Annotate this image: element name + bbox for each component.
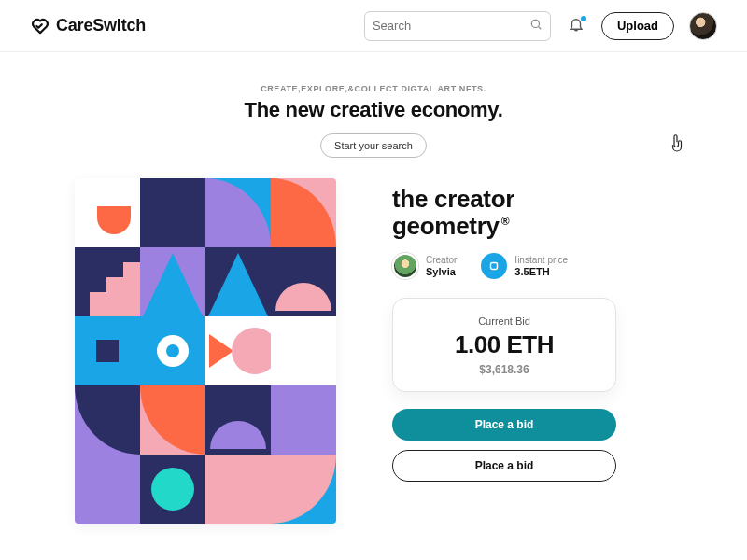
cta-column: Place a bid Place a bid <box>392 409 616 482</box>
search-input[interactable] <box>373 19 524 33</box>
creator-block[interactable]: Creator Sylvia <box>392 253 457 279</box>
instant-price-value: 3.5ETH <box>514 266 568 277</box>
nft-details: the creator geometry® Creator Sylvia Iin… <box>392 178 616 524</box>
search-icon <box>529 18 543 35</box>
search-input-wrap[interactable] <box>364 11 551 41</box>
cursor-icon <box>669 134 685 155</box>
nft-title-line1: the creator <box>392 185 514 213</box>
svg-line-1 <box>539 26 542 29</box>
nft-artwork[interactable] <box>75 178 336 524</box>
current-bid-amount: 1.00 ETH <box>412 330 597 359</box>
svg-point-0 <box>531 20 539 27</box>
notifications-button[interactable] <box>566 16 586 36</box>
bid-card: Current Bid 1.00 ETH $3,618.36 <box>392 298 616 392</box>
main: the creator geometry® Creator Sylvia Iin… <box>0 169 747 524</box>
creator-name: Sylvia <box>426 266 457 277</box>
creator-avatar <box>392 253 418 279</box>
stop-icon <box>481 253 507 279</box>
hero: CREATE,EXPLORE,&COLLECT DIGTAL ART NFTS.… <box>0 52 747 169</box>
meta-row: Creator Sylvia Iinstant price 3.5ETH <box>392 253 616 279</box>
header: CareSwitch Upload <box>0 0 747 52</box>
nft-title: the creator geometry® <box>392 186 616 240</box>
brand-logo[interactable]: CareSwitch <box>30 16 146 36</box>
hero-title: The new creative economy. <box>245 98 503 122</box>
instant-price-label: Iinstant price <box>514 255 568 266</box>
registered-mark: ® <box>501 215 510 228</box>
current-bid-usd: $3,618.36 <box>412 363 597 376</box>
nft-title-line2: geometry <box>392 212 500 240</box>
creator-label: Creator <box>426 255 457 266</box>
start-search-button[interactable]: Start your search <box>320 133 427 158</box>
heart-icon <box>30 16 50 36</box>
avatar[interactable] <box>689 12 717 40</box>
svg-rect-2 <box>491 263 498 270</box>
place-bid-primary-button[interactable]: Place a bid <box>392 409 616 441</box>
upload-button[interactable]: Upload <box>601 12 674 40</box>
place-bid-secondary-button[interactable]: Place a bid <box>392 450 616 482</box>
brand-name: CareSwitch <box>56 16 146 35</box>
hero-overline: CREATE,EXPLORE,&COLLECT DIGTAL ART NFTS. <box>261 84 486 93</box>
current-bid-label: Current Bid <box>412 315 597 327</box>
notification-dot-icon <box>581 16 586 21</box>
instant-price-block[interactable]: Iinstant price 3.5ETH <box>481 253 568 279</box>
